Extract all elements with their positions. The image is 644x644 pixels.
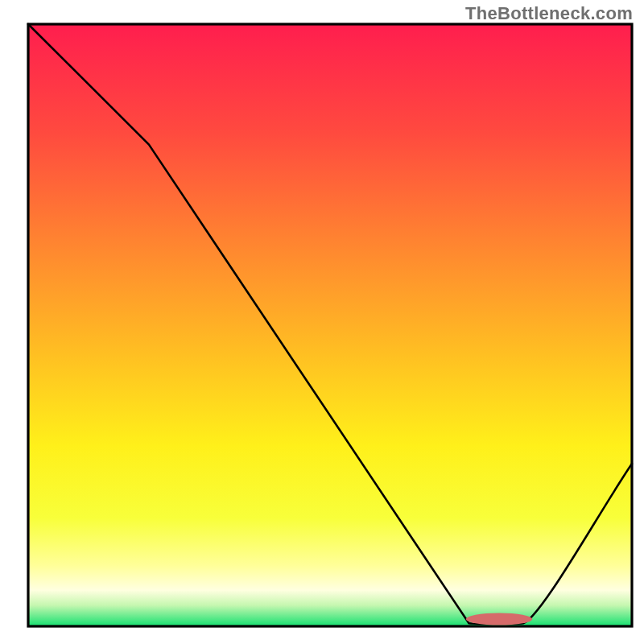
watermark-text: TheBottleneck.com (465, 3, 633, 24)
chart-root: { "watermark": "TheBottleneck.com", "cha… (0, 0, 644, 644)
optimal-marker (466, 613, 533, 625)
bottleneck-chart (0, 0, 644, 644)
